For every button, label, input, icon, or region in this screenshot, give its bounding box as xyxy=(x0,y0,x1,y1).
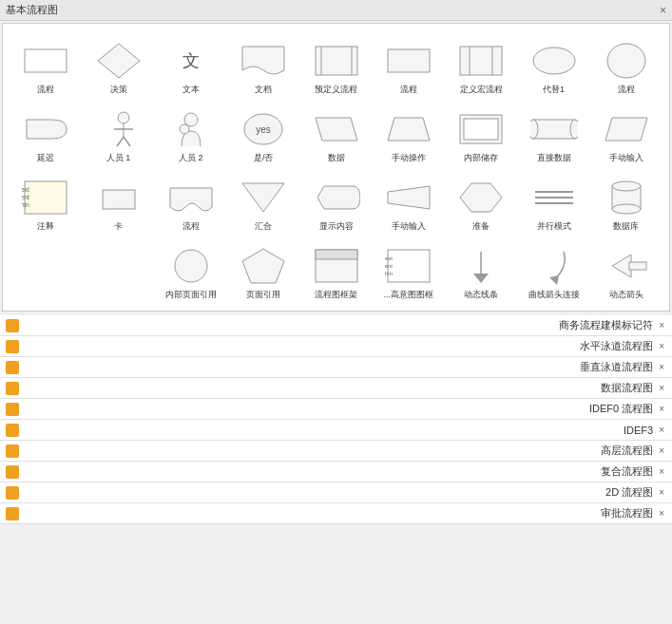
shape-item-display[interactable]: 显示内容 xyxy=(300,168,371,235)
list-item-close-button[interactable]: × xyxy=(657,341,666,351)
shape-icon-arrow-down xyxy=(454,244,508,288)
list-item-close-button[interactable]: × xyxy=(657,487,666,498)
shape-item-trapezoid[interactable]: 手动操作 xyxy=(374,100,444,166)
list-item-close-button[interactable]: × xyxy=(657,320,666,331)
shape-item-frame-text[interactable]: add any textor elementhere within高意图图框..… xyxy=(374,236,444,303)
list-item-3[interactable]: ×数据流程图 xyxy=(0,378,672,399)
shape-label-parallelogram: 数据 xyxy=(328,153,345,163)
shape-label-rect-slant: 手动输入 xyxy=(392,221,426,232)
shape-icon-arrow-left xyxy=(600,244,653,288)
list-item-close-button[interactable]: × xyxy=(657,362,666,372)
shape-item-cylinder-h[interactable]: 直接数据 xyxy=(518,100,588,166)
shape-item-person2[interactable]: 人员 2 xyxy=(156,100,226,166)
shape-icon-display xyxy=(310,176,363,219)
list-item-icon xyxy=(6,319,19,332)
list-item-2[interactable]: ×垂直泳道流程图 xyxy=(0,357,672,378)
list-item-close-button[interactable]: × xyxy=(657,425,666,435)
shape-item-triangle-inv[interactable]: 汇合 xyxy=(228,168,298,235)
shape-icon-person2 xyxy=(164,107,218,151)
list-item-close-button[interactable]: × xyxy=(657,445,666,456)
shape-label-circle: 流程 xyxy=(618,85,635,95)
list-item-close-button[interactable]: × xyxy=(657,383,666,393)
list-item-1[interactable]: ×水平泳道流程图 xyxy=(0,336,672,357)
shape-item-rect-inner[interactable]: 内部储存 xyxy=(446,100,516,166)
shape-item-decision-yn[interactable]: yes是/否 xyxy=(228,100,298,166)
shape-item-circle-ref[interactable]: 内部页面引用 xyxy=(156,236,226,303)
shape-item-ellipse[interactable]: 代替1 xyxy=(518,31,588,98)
shape-item-lines-h[interactable]: 并行模式 xyxy=(518,168,588,235)
shape-icon-diamond xyxy=(92,39,145,83)
svg-point-23 xyxy=(180,124,189,134)
shape-icon-rect-wave xyxy=(164,176,218,219)
list-item-label: IDEF3 xyxy=(624,425,653,436)
shape-item-arrow-curve[interactable]: 曲线箭头连接 xyxy=(518,236,588,303)
shape-item-parallelogram[interactable]: 数据 xyxy=(300,100,371,166)
shape-label-frame: 流程图框架 xyxy=(315,290,357,300)
shape-icon-rect-lines xyxy=(310,39,363,83)
list-item-6[interactable]: ×高层流程图 xyxy=(0,441,672,462)
close-button[interactable]: × xyxy=(660,4,666,17)
svg-marker-12 xyxy=(605,118,647,141)
list-item-5[interactable]: ×IDEF3 xyxy=(0,420,672,441)
shape-label-text: 文本 xyxy=(182,85,200,95)
shape-item-rect-lines[interactable]: 预定义流程 xyxy=(300,31,371,98)
svg-rect-56 xyxy=(9,322,16,330)
list-item-close-button[interactable]: × xyxy=(657,466,666,477)
svg-text:adds any text: adds any text xyxy=(22,186,29,194)
shape-item-person1[interactable]: 人员 1 xyxy=(83,100,153,166)
shape-icon-circle xyxy=(600,39,653,83)
list-item-8[interactable]: ×2D 流程图 xyxy=(0,482,672,503)
shape-item-cylinder[interactable]: 数据库 xyxy=(591,168,662,235)
list-item-label: 高层流程图 xyxy=(601,444,653,458)
list-item-left: ×IDEF0 流程图 xyxy=(589,402,666,416)
list-item-label: 商务流程建模标记符 xyxy=(559,318,653,332)
shape-item-document[interactable]: 文档 xyxy=(228,31,298,98)
shape-item-rect-small[interactable]: 卡 xyxy=(83,168,153,235)
shape-item-rect-slant[interactable]: 手动输入 xyxy=(374,168,444,235)
shape-icon-rect-small xyxy=(92,176,145,219)
shape-item-pentagon[interactable]: 页面引用 xyxy=(228,236,298,303)
svg-point-55 xyxy=(175,250,207,282)
svg-rect-44 xyxy=(629,262,646,270)
list-item-label: IDEF0 流程图 xyxy=(589,402,653,416)
shape-item-diamond[interactable]: 决策 xyxy=(83,31,153,98)
svg-rect-13 xyxy=(533,120,575,139)
shape-item-parallelogram-left[interactable]: 手动输入 xyxy=(591,100,662,166)
shape-item-circle[interactable]: 流程 xyxy=(591,31,662,98)
shape-item-arrow-down[interactable]: 动态线条 xyxy=(446,236,516,303)
shape-item-text[interactable]: 文文本 xyxy=(156,31,226,98)
shape-item-hexagon[interactable]: 准备 xyxy=(446,168,516,235)
shape-label-note: 注释 xyxy=(37,221,54,232)
list-item-0[interactable]: ×商务流程建模标记符 xyxy=(0,315,672,336)
shapes-panel: 流程代替1定义宏流程流程预定义流程文档文文本决策流程手动输入直接数据内部储存手动… xyxy=(2,23,670,312)
svg-marker-18 xyxy=(388,118,430,141)
shape-icon-rect-split xyxy=(454,39,508,83)
shape-item-frame[interactable]: 流程图框架 xyxy=(300,236,371,303)
svg-marker-45 xyxy=(549,275,559,285)
shape-item-rect[interactable]: 流程 xyxy=(374,31,444,98)
svg-rect-38 xyxy=(103,190,135,209)
shape-item-delay[interactable]: 延迟 xyxy=(10,100,81,166)
svg-rect-65 xyxy=(9,510,16,518)
shape-item-rect-wave[interactable]: 流程 xyxy=(156,168,226,235)
list-item-left: ×垂直泳道流程图 xyxy=(580,360,666,374)
list-item-7[interactable]: ×复合流程图 xyxy=(0,462,672,482)
shape-item-rect-split[interactable]: 定义宏流程 xyxy=(446,31,516,98)
shape-item-arrow-left[interactable]: 动态箭头 xyxy=(591,236,662,303)
list-item-4[interactable]: ×IDEF0 流程图 xyxy=(0,399,672,420)
list-item-9[interactable]: ×审批流程图 xyxy=(0,503,672,524)
shape-item-rect-plain[interactable]: 流程 xyxy=(10,31,81,98)
svg-line-27 xyxy=(117,137,124,146)
svg-text:or element: or element xyxy=(22,194,29,200)
shape-label-diamond: 决策 xyxy=(110,85,127,95)
shape-item-note[interactable]: adds any textor elementtext within注释 xyxy=(10,168,81,235)
shape-icon-triangle-inv xyxy=(237,176,290,219)
shape-label-arrow-down: 动态线条 xyxy=(464,290,498,300)
svg-point-15 xyxy=(530,120,538,139)
list-item-label: 2D 流程图 xyxy=(605,485,653,500)
list-item-close-button[interactable]: × xyxy=(657,508,666,519)
list-item-close-button[interactable]: × xyxy=(657,404,666,414)
shape-label-arrow-left: 动态箭头 xyxy=(609,290,643,300)
svg-rect-6 xyxy=(316,47,357,75)
list-item-icon xyxy=(6,382,19,395)
